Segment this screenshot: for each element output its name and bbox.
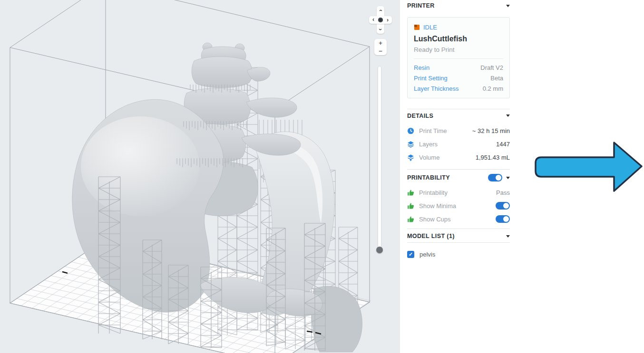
volume-row: Volume 1,951.43 mL: [407, 151, 510, 164]
app-window: › › › › + − PRINTER IDLE: [0, 0, 644, 353]
thumbs-up-icon: [407, 215, 414, 223]
printability-section-title: PRINTABILITY: [407, 174, 488, 181]
show-minima-label: Show Minima: [419, 202, 456, 210]
thumbs-up-icon: [407, 202, 414, 210]
printer-status: IDLE: [414, 23, 503, 31]
rotate-up-button[interactable]: ›: [377, 7, 384, 14]
volume-value: 1,951.43 mL: [476, 154, 510, 161]
printability-result-row: Printability Pass: [407, 186, 510, 199]
view-rotate-control[interactable]: › › › ›: [369, 6, 392, 34]
section-divider: [407, 242, 510, 243]
print-time-row: Print Time ~ 32 h 15 min: [407, 124, 510, 137]
model-list-section-header[interactable]: MODEL LIST (1): [407, 231, 510, 241]
rotate-left-button[interactable]: ›: [370, 17, 377, 23]
show-cups-toggle[interactable]: [496, 215, 510, 223]
layer-thickness-value: 0.2 mm: [483, 85, 503, 92]
layers-icon: [407, 140, 414, 148]
show-minima-toggle[interactable]: [496, 202, 510, 210]
layers-row: Layers 1447: [407, 137, 510, 151]
chevron-down-icon: [506, 114, 510, 117]
reset-view-button[interactable]: [378, 18, 383, 22]
show-minima-row: Show Minima: [407, 199, 510, 212]
sidebar: PRINTER IDLE LushCuttlefish Ready to Pri…: [407, 0, 510, 259]
section-divider: [407, 109, 510, 109]
zoom-in-button[interactable]: +: [374, 39, 387, 47]
layer-thickness-row[interactable]: Layer Thickness 0.2 mm: [414, 83, 503, 94]
zoom-out-button[interactable]: −: [374, 47, 387, 55]
clock-icon: [407, 127, 414, 134]
printability-master-toggle[interactable]: [488, 174, 502, 181]
details-section-header[interactable]: DETAILS: [407, 112, 510, 119]
section-divider: [407, 229, 510, 229]
chevron-down-icon: [506, 235, 510, 238]
rotate-right-button[interactable]: ›: [384, 17, 391, 23]
layer-slider-handle[interactable]: [376, 247, 383, 253]
print-setting-label: Print Setting: [414, 75, 448, 82]
print-time-value: ~ 32 h 15 min: [472, 127, 510, 134]
rotate-down-button[interactable]: ›: [377, 26, 384, 33]
layer-slider-track[interactable]: [378, 67, 381, 253]
model-item-label: pelvis: [420, 251, 435, 258]
resin-value: Draft V2: [480, 64, 503, 71]
layers-value: 1447: [496, 141, 510, 148]
thumbs-up-icon: [407, 189, 414, 196]
chevron-down-icon: [506, 5, 510, 7]
print-setting-value: Beta: [490, 75, 503, 82]
show-cups-row: Show Cups: [407, 212, 510, 226]
printer-state: Ready to Print: [414, 46, 503, 59]
volume-icon: [407, 153, 414, 161]
printer-status-icon: [414, 24, 420, 30]
build-scene: [0, 0, 400, 353]
resin-row[interactable]: Resin Draft V2: [414, 62, 503, 73]
chevron-down-icon: [506, 177, 510, 179]
zoom-control[interactable]: + −: [374, 39, 387, 55]
printer-card: IDLE LushCuttlefish Ready to Print Resin…: [407, 17, 510, 98]
printability-section-header[interactable]: PRINTABILITY: [407, 172, 510, 183]
model-list-item-pelvis[interactable]: ✓ pelvis: [407, 249, 510, 259]
layer-thickness-label: Layer Thickness: [414, 85, 459, 92]
layers-label: Layers: [419, 141, 438, 148]
print-setting-row[interactable]: Print Setting Beta: [414, 73, 503, 83]
print-time-label: Print Time: [419, 127, 447, 134]
model-checkbox[interactable]: ✓: [407, 251, 414, 258]
printer-section-title: PRINTER: [407, 2, 506, 9]
printer-section-header[interactable]: PRINTER: [407, 2, 510, 10]
details-section-title: DETAILS: [407, 113, 506, 119]
printer-name: LushCuttlefish: [414, 35, 503, 43]
model-list-section-title: MODEL LIST (1): [407, 233, 506, 239]
arrow-right-annotation: [536, 143, 642, 191]
volume-label: Volume: [419, 154, 439, 161]
printability-result-label: Printability: [419, 189, 448, 196]
printer-status-label: IDLE: [423, 24, 437, 31]
show-cups-label: Show Cups: [419, 216, 450, 223]
viewport-3d[interactable]: › › › › + −: [0, 0, 400, 353]
section-divider: [407, 169, 510, 170]
resin-label: Resin: [414, 64, 429, 71]
printability-result-value: Pass: [496, 189, 510, 196]
